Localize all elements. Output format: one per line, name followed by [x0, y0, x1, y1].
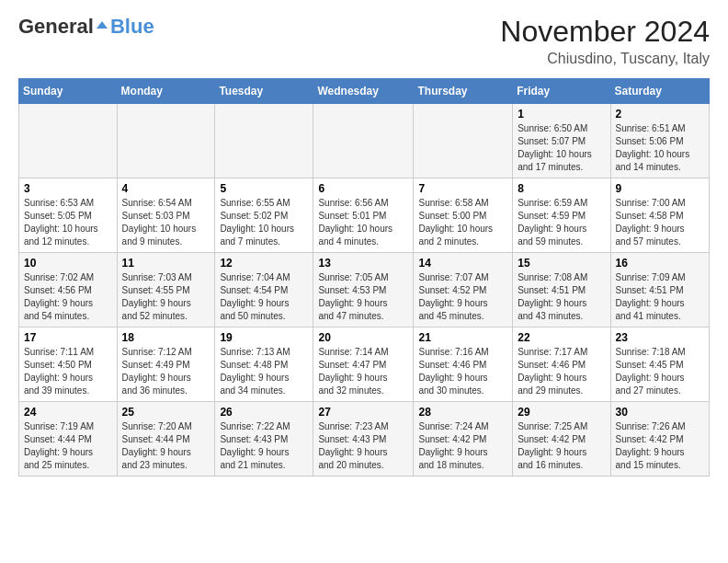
day-number: 5	[220, 182, 308, 195]
cell-4-3: 27Sunrise: 7:23 AM Sunset: 4:43 PM Dayli…	[313, 402, 414, 477]
svg-marker-0	[97, 21, 108, 29]
day-info: Sunrise: 6:50 AM Sunset: 5:07 PM Dayligh…	[518, 122, 605, 174]
cell-2-3: 13Sunrise: 7:05 AM Sunset: 4:53 PM Dayli…	[313, 253, 414, 327]
day-number: 17	[24, 331, 112, 344]
day-info: Sunrise: 6:55 AM Sunset: 5:02 PM Dayligh…	[220, 197, 308, 248]
cell-2-2: 12Sunrise: 7:04 AM Sunset: 4:54 PM Dayli…	[215, 253, 313, 327]
day-number: 29	[518, 406, 605, 419]
day-number: 25	[122, 406, 210, 419]
cell-3-0: 17Sunrise: 7:11 AM Sunset: 4:50 PM Dayli…	[19, 327, 118, 402]
day-number: 1	[518, 108, 605, 121]
cell-3-6: 23Sunrise: 7:18 AM Sunset: 4:45 PM Dayli…	[610, 327, 709, 402]
day-info: Sunrise: 6:53 AM Sunset: 5:05 PM Dayligh…	[24, 197, 112, 248]
col-friday: Friday	[513, 79, 610, 104]
cell-0-5: 1Sunrise: 6:50 AM Sunset: 5:07 PM Daylig…	[513, 104, 610, 178]
cell-1-0: 3Sunrise: 6:53 AM Sunset: 5:05 PM Daylig…	[19, 178, 118, 253]
day-info: Sunrise: 7:04 AM Sunset: 4:54 PM Dayligh…	[220, 271, 308, 323]
cell-1-5: 8Sunrise: 6:59 AM Sunset: 4:59 PM Daylig…	[513, 178, 610, 253]
day-number: 14	[418, 257, 507, 270]
cell-3-5: 22Sunrise: 7:17 AM Sunset: 4:46 PM Dayli…	[513, 327, 610, 402]
cell-1-3: 6Sunrise: 6:56 AM Sunset: 5:01 PM Daylig…	[313, 178, 414, 253]
day-number: 19	[220, 331, 308, 344]
day-info: Sunrise: 7:24 AM Sunset: 4:42 PM Dayligh…	[418, 420, 507, 472]
day-number: 11	[122, 257, 210, 270]
day-number: 2	[616, 108, 704, 121]
cell-0-4	[414, 104, 513, 178]
day-number: 18	[122, 331, 210, 344]
week-row-2: 10Sunrise: 7:02 AM Sunset: 4:56 PM Dayli…	[19, 253, 710, 327]
day-number: 21	[418, 331, 507, 344]
day-info: Sunrise: 7:22 AM Sunset: 4:43 PM Dayligh…	[220, 420, 308, 472]
cell-0-3	[313, 104, 414, 178]
cell-3-3: 20Sunrise: 7:14 AM Sunset: 4:47 PM Dayli…	[313, 327, 414, 402]
day-info: Sunrise: 7:09 AM Sunset: 4:51 PM Dayligh…	[616, 271, 704, 323]
day-number: 15	[518, 257, 605, 270]
day-number: 7	[418, 182, 507, 195]
day-number: 28	[418, 406, 507, 419]
day-info: Sunrise: 7:07 AM Sunset: 4:52 PM Dayligh…	[418, 271, 507, 323]
day-info: Sunrise: 7:00 AM Sunset: 4:58 PM Dayligh…	[616, 197, 704, 248]
title-block: November 2024 Chiusdino, Tuscany, Italy	[500, 15, 710, 67]
day-info: Sunrise: 7:08 AM Sunset: 4:51 PM Dayligh…	[518, 271, 605, 323]
week-row-3: 17Sunrise: 7:11 AM Sunset: 4:50 PM Dayli…	[19, 327, 710, 402]
header-row: Sunday Monday Tuesday Wednesday Thursday…	[19, 79, 710, 104]
day-info: Sunrise: 7:11 AM Sunset: 4:50 PM Dayligh…	[24, 346, 112, 397]
day-info: Sunrise: 7:25 AM Sunset: 4:42 PM Dayligh…	[518, 420, 605, 472]
day-number: 12	[220, 257, 308, 270]
logo: General Blue	[18, 15, 154, 39]
cell-3-2: 19Sunrise: 7:13 AM Sunset: 4:48 PM Dayli…	[215, 327, 313, 402]
day-number: 20	[318, 331, 408, 344]
cell-4-1: 25Sunrise: 7:20 AM Sunset: 4:44 PM Dayli…	[117, 402, 215, 477]
day-number: 13	[318, 257, 408, 270]
col-tuesday: Tuesday	[215, 79, 313, 104]
cell-1-2: 5Sunrise: 6:55 AM Sunset: 5:02 PM Daylig…	[215, 178, 313, 253]
cell-2-6: 16Sunrise: 7:09 AM Sunset: 4:51 PM Dayli…	[610, 253, 709, 327]
cell-3-4: 21Sunrise: 7:16 AM Sunset: 4:46 PM Dayli…	[414, 327, 513, 402]
cell-4-0: 24Sunrise: 7:19 AM Sunset: 4:44 PM Dayli…	[19, 402, 118, 477]
cell-4-5: 29Sunrise: 7:25 AM Sunset: 4:42 PM Dayli…	[513, 402, 610, 477]
col-thursday: Thursday	[414, 79, 513, 104]
day-info: Sunrise: 6:58 AM Sunset: 5:00 PM Dayligh…	[418, 197, 507, 248]
month-title: November 2024	[500, 15, 710, 49]
cell-4-4: 28Sunrise: 7:24 AM Sunset: 4:42 PM Dayli…	[414, 402, 513, 477]
col-sunday: Sunday	[19, 79, 118, 104]
header: General Blue November 2024 Chiusdino, Tu…	[18, 15, 710, 67]
cell-0-1	[117, 104, 215, 178]
day-number: 10	[24, 257, 112, 270]
day-info: Sunrise: 7:14 AM Sunset: 4:47 PM Dayligh…	[318, 346, 408, 397]
cell-2-5: 15Sunrise: 7:08 AM Sunset: 4:51 PM Dayli…	[513, 253, 610, 327]
day-info: Sunrise: 7:13 AM Sunset: 4:48 PM Dayligh…	[220, 346, 308, 397]
day-info: Sunrise: 7:05 AM Sunset: 4:53 PM Dayligh…	[318, 271, 408, 323]
cell-1-4: 7Sunrise: 6:58 AM Sunset: 5:00 PM Daylig…	[414, 178, 513, 253]
location: Chiusdino, Tuscany, Italy	[500, 51, 710, 67]
logo-icon	[95, 19, 109, 34]
day-number: 27	[318, 406, 408, 419]
col-saturday: Saturday	[610, 79, 709, 104]
day-info: Sunrise: 7:19 AM Sunset: 4:44 PM Dayligh…	[24, 420, 112, 472]
cell-1-1: 4Sunrise: 6:54 AM Sunset: 5:03 PM Daylig…	[117, 178, 215, 253]
col-monday: Monday	[117, 79, 215, 104]
day-number: 30	[616, 406, 704, 419]
page: General Blue November 2024 Chiusdino, Tu…	[0, 0, 728, 486]
day-info: Sunrise: 7:20 AM Sunset: 4:44 PM Dayligh…	[122, 420, 210, 472]
day-number: 6	[318, 182, 408, 195]
week-row-1: 3Sunrise: 6:53 AM Sunset: 5:05 PM Daylig…	[19, 178, 710, 253]
day-info: Sunrise: 7:26 AM Sunset: 4:42 PM Dayligh…	[616, 420, 704, 472]
day-info: Sunrise: 7:18 AM Sunset: 4:45 PM Dayligh…	[616, 346, 704, 397]
week-row-4: 24Sunrise: 7:19 AM Sunset: 4:44 PM Dayli…	[19, 402, 710, 477]
cell-1-6: 9Sunrise: 7:00 AM Sunset: 4:58 PM Daylig…	[610, 178, 709, 253]
day-info: Sunrise: 6:59 AM Sunset: 4:59 PM Dayligh…	[518, 197, 605, 248]
day-info: Sunrise: 7:03 AM Sunset: 4:55 PM Dayligh…	[122, 271, 210, 323]
week-row-0: 1Sunrise: 6:50 AM Sunset: 5:07 PM Daylig…	[19, 104, 710, 178]
day-info: Sunrise: 6:54 AM Sunset: 5:03 PM Dayligh…	[122, 197, 210, 248]
cell-4-2: 26Sunrise: 7:22 AM Sunset: 4:43 PM Dayli…	[215, 402, 313, 477]
logo-text: General Blue	[18, 15, 154, 39]
day-info: Sunrise: 7:02 AM Sunset: 4:56 PM Dayligh…	[24, 271, 112, 323]
cell-0-0	[19, 104, 118, 178]
day-info: Sunrise: 6:51 AM Sunset: 5:06 PM Dayligh…	[616, 122, 704, 174]
day-number: 16	[616, 257, 704, 270]
day-number: 8	[518, 182, 605, 195]
day-info: Sunrise: 7:23 AM Sunset: 4:43 PM Dayligh…	[318, 420, 408, 472]
cell-2-1: 11Sunrise: 7:03 AM Sunset: 4:55 PM Dayli…	[117, 253, 215, 327]
day-number: 9	[616, 182, 704, 195]
